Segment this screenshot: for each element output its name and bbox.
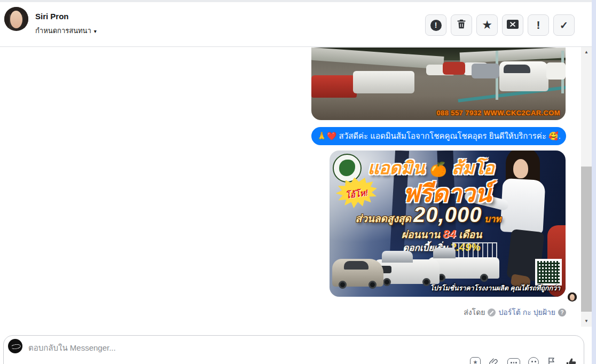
conversation-page: Siri Pron กำหนดการสนทนา▾ ! ★ ! (0, 0, 596, 364)
outgoing-message-bubble: 🙏❤️ สวัสดีค่ะ แอดมินส้มโอจากโชคคูณโชคอุด… (311, 127, 566, 145)
flag-icon[interactable] (547, 357, 558, 364)
attach-icon[interactable] (489, 357, 499, 364)
schedule-conversation-label: กำหนดการสนทนา (35, 27, 91, 35)
photo-car (353, 71, 414, 93)
qr-code (535, 259, 562, 286)
sent-by-label: ส่งโดย (464, 306, 485, 318)
page-edge-strip (592, 0, 596, 364)
photo-car (443, 62, 465, 75)
ad-discount-line: ส่วนลดสูงสุด 20,000 บาท (335, 203, 522, 227)
help-icon[interactable]: ? (558, 308, 566, 316)
page-avatar (8, 339, 22, 353)
sent-by-row: ส่งโดย ปอร์โต้ กะ ปุยฝ้าย ? (464, 306, 566, 318)
check-icon: ✓ (560, 19, 568, 31)
trash-icon (456, 18, 467, 32)
reply-input[interactable]: ตอบกลับใน Messenger... (28, 342, 402, 354)
contact-name: Siri Pron (35, 12, 69, 21)
scrollbar-thumb[interactable] (581, 167, 592, 312)
exclamation-icon: ! (537, 19, 540, 31)
sender-page-link[interactable]: ปอร์โต้ กะ ปุยฝ้าย (498, 306, 555, 318)
photo-car (472, 64, 499, 78)
saved-replies-icon[interactable]: ★ (470, 357, 481, 364)
mark-done-button[interactable]: ✓ (553, 14, 575, 36)
photo-car (546, 62, 566, 80)
chevron-down-icon: ▾ (94, 28, 97, 34)
composer-toolbar: ★ (470, 357, 576, 364)
reply-composer: ตอบกลับใน Messenger... ★ (3, 335, 584, 364)
ad-car-pickup (374, 251, 440, 284)
photo-car (311, 75, 357, 98)
header-action-bar: ! ★ ! ✓ (425, 14, 575, 36)
gif-icon[interactable] (507, 358, 520, 364)
dealer-logo (333, 154, 362, 183)
conversation-header: Siri Pron กำหนดการสนทนา▾ ! ★ ! (0, 2, 592, 47)
message-image-promo-ad[interactable]: แอดมิน 🍊 ส้มโอ โอ้โห! ฟรีดาวน์ ส่วนลดสูง… (330, 151, 566, 297)
ad-car-hatchback (332, 259, 383, 287)
seen-receipt-avatar[interactable] (568, 292, 577, 302)
schedule-conversation-dropdown[interactable]: กำหนดการสนทนา▾ (35, 25, 97, 36)
scroll-down-arrow[interactable]: ▼ (581, 317, 592, 326)
exclamation-circle-icon: ! (430, 20, 442, 31)
sent-via-badge-icon (488, 308, 496, 316)
photo-watermark: 088 557 7932 WWW.CKC2CAR.COM (436, 109, 560, 117)
emoji-icon[interactable] (528, 357, 539, 364)
like-icon[interactable] (566, 357, 576, 364)
mark-spam-button[interactable]: ! (528, 14, 549, 36)
message-image-car-lot[interactable]: 088 557 7932 WWW.CKC2CAR.COM (311, 48, 566, 120)
envelope-x-icon (506, 19, 519, 31)
contact-avatar[interactable] (4, 7, 28, 31)
mark-unread-button[interactable] (502, 14, 523, 36)
delete-button[interactable] (451, 14, 472, 36)
follow-up-button[interactable]: ★ (476, 14, 498, 36)
report-button[interactable]: ! (425, 14, 446, 36)
photo-car (499, 61, 548, 91)
scroll-up-arrow[interactable]: ▲ (581, 48, 592, 57)
star-icon: ★ (482, 19, 492, 31)
message-text: 🙏❤️ สวัสดีค่ะ แอดมินส้มโอจากโชคคูณโชคอุด… (317, 130, 561, 143)
